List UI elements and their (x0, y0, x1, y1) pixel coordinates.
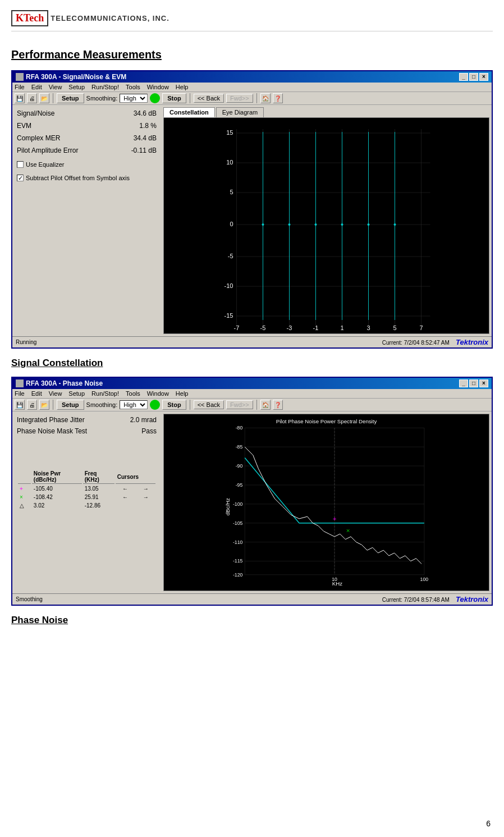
svg-text:-105: -105 (233, 520, 243, 526)
tab-eye-diagram[interactable]: Eye Diagram (216, 107, 264, 117)
cursor-icon-2: × (18, 493, 31, 501)
menu2-runstop[interactable]: Run/Stop! (91, 390, 119, 397)
svg-text:-80: -80 (236, 425, 243, 431)
svg-text:-120: -120 (233, 572, 243, 578)
toolbar1-home[interactable]: 🏠 (260, 93, 271, 103)
checkbox-pilot-row: ✓ Subtract Pilot Offset from Symbol axis (17, 175, 157, 181)
window2-title: RFA 300A - Phase Noise (26, 379, 103, 387)
svg-point-38 (288, 223, 291, 226)
svg-text:15: 15 (226, 129, 233, 136)
window1-status-right: Current: 7/2/04 8:52:47 AM Tektronix (382, 338, 488, 346)
menu2-tools[interactable]: Tools (126, 390, 140, 397)
checkbox-pilot[interactable]: ✓ (17, 175, 24, 181)
menu1-view[interactable]: View (49, 84, 62, 90)
svg-text:7: 7 (419, 324, 423, 331)
metric-complex-mer-label: Complex MER (17, 134, 60, 142)
window2-status-left: Smoothing (16, 596, 43, 602)
toolbar2-save[interactable]: 💾 (15, 400, 25, 410)
menu2-setup[interactable]: Setup (68, 390, 85, 397)
cursor-table: Noise Pwr(dBc/Hz) Freq(KHz) Cursors + -1… (17, 469, 157, 510)
cursor-col-freq: Freq(KHz) (83, 470, 114, 484)
menu1-setup[interactable]: Setup (68, 84, 85, 90)
toolbar1-setup-btn[interactable]: Setup (57, 93, 84, 103)
window2-icon (16, 379, 24, 387)
cursor-icon-1: + (18, 485, 31, 492)
toolbar2-print[interactable]: 🖨 (27, 400, 37, 410)
menu2-file[interactable]: File (15, 390, 25, 397)
toolbar1-sep2 (190, 93, 190, 103)
svg-text:-90: -90 (236, 463, 243, 469)
toolbar1-back-btn[interactable]: << Back (194, 94, 224, 103)
pn-mask-value: Pass (141, 427, 157, 435)
toolbar1-smoothing-select[interactable]: High Medium Low (120, 94, 148, 103)
svg-text:-100: -100 (233, 501, 243, 507)
window2-minimize[interactable]: _ (459, 379, 468, 387)
cursor-freq-2: 25.91 (83, 493, 114, 501)
window1-minimize[interactable]: _ (459, 73, 468, 81)
toolbar1-stop-btn[interactable]: Stop (162, 93, 186, 103)
toolbar1-save[interactable]: 💾 (15, 93, 25, 103)
cursor-table-container: Noise Pwr(dBc/Hz) Freq(KHz) Cursors + -1… (17, 469, 157, 510)
toolbar2-help[interactable]: ❓ (273, 400, 283, 410)
toolbar2-fwd-btn[interactable]: Fwd>> (226, 400, 253, 409)
svg-text:-7: -7 (234, 324, 240, 331)
svg-text:0: 0 (230, 221, 233, 227)
window2-status-right: Current: 7/2/04 8:57:48 AM Tektronix (382, 595, 488, 603)
pn-metric-mask: Phase Noise Mask Test Pass (17, 427, 157, 435)
pn-metric-jitter: Integrated Phase Jitter 2.0 mrad (17, 416, 157, 424)
menu1-window[interactable]: Window (147, 84, 169, 90)
svg-point-39 (315, 223, 317, 226)
cursor-left-1[interactable]: ← (116, 485, 135, 492)
toolbar1-fwd-btn[interactable]: Fwd>> (226, 94, 253, 103)
menu1-help[interactable]: Help (176, 84, 189, 90)
metric-evm-label: EVM (17, 122, 31, 130)
section2-label: Phase Noise (11, 615, 493, 626)
toolbar2-stop-btn[interactable]: Stop (162, 400, 186, 410)
metric-signal-noise: Signal/Noise 34.6 dB (17, 109, 157, 117)
checkbox-equalizer[interactable] (17, 161, 24, 168)
metric-pilot-amp-value: -0.11 dB (131, 147, 157, 154)
toolbar1-open[interactable]: 📂 (39, 93, 49, 103)
cursor-row-3: △ 3.02 -12.86 (18, 502, 155, 509)
toolbar1-sep3 (256, 93, 257, 103)
cursor-col-icon (18, 470, 31, 484)
svg-text:-15: -15 (224, 312, 233, 319)
menu1-file[interactable]: File (15, 84, 25, 90)
toolbar2-smoothing-select[interactable]: High Medium Low (120, 400, 148, 409)
menu2-edit[interactable]: Edit (31, 390, 42, 397)
cursor-right-2[interactable]: → (136, 493, 155, 501)
window1-maximize[interactable]: □ (469, 73, 478, 81)
window2-close[interactable]: × (479, 379, 488, 387)
svg-text:-5: -5 (260, 324, 266, 331)
cursor-right-1[interactable]: → (136, 485, 155, 492)
svg-text:-5: -5 (228, 253, 233, 259)
svg-text:-3: -3 (287, 324, 292, 331)
tab-constellation[interactable]: Constellation (163, 107, 215, 117)
logo-company: Telecommunications, Inc. (51, 14, 169, 22)
window2-statusbar: Smoothing Current: 7/2/04 8:57:48 AM Tek… (12, 593, 492, 605)
window2-maximize[interactable]: □ (469, 379, 478, 387)
toolbar1-help[interactable]: ❓ (273, 93, 283, 103)
menu2-view[interactable]: View (49, 390, 62, 397)
menu2-window[interactable]: Window (147, 390, 169, 397)
menu1-edit[interactable]: Edit (31, 84, 42, 90)
window2-left-panel: Integrated Phase Jitter 2.0 mrad Phase N… (12, 411, 161, 593)
toolbar2-open[interactable]: 📂 (39, 400, 49, 410)
toolbar1-print[interactable]: 🖨 (27, 93, 37, 103)
cursor-row-1: + -105.40 13.05 ← → (18, 485, 155, 492)
toolbar2-back-btn[interactable]: << Back (194, 400, 224, 409)
cursor-left-2[interactable]: ← (116, 493, 135, 501)
toolbar2-sep1 (53, 400, 53, 410)
menu1-tools[interactable]: Tools (126, 84, 140, 90)
svg-text:1: 1 (340, 324, 343, 331)
menu1-runstop[interactable]: Run/Stop! (91, 84, 119, 90)
svg-point-42 (394, 223, 396, 226)
toolbar2-home[interactable]: 🏠 (260, 400, 271, 410)
window2-toolbar: 💾 🖨 📂 Setup Smoothing: High Medium Low S… (12, 399, 492, 411)
menu2-help[interactable]: Help (176, 390, 189, 397)
toolbar2-setup-btn[interactable]: Setup (57, 400, 84, 410)
window2-brand: Tektronix (456, 595, 488, 603)
window1-close[interactable]: × (479, 73, 488, 81)
checkbox-equalizer-label: Use Equalizer (26, 161, 64, 168)
metric-evm-value: 1.8 % (139, 122, 157, 130)
